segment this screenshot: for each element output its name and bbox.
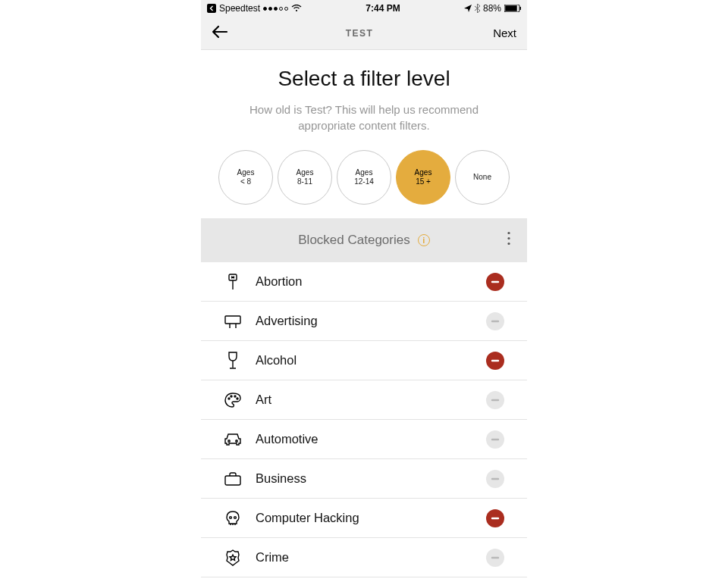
svg-point-23 [230, 516, 232, 518]
svg-rect-3 [505, 5, 517, 11]
category-label: Crime [256, 550, 486, 565]
category-label: Computer Hacking [256, 511, 486, 525]
svg-point-24 [234, 516, 237, 518]
category-row[interactable]: Crime [201, 538, 527, 577]
svg-point-16 [237, 398, 238, 399]
category-toggle[interactable] [486, 430, 504, 449]
category-row[interactable]: Alcohol [201, 341, 527, 380]
category-toggle[interactable] [486, 312, 504, 330]
svg-point-7 [507, 242, 510, 245]
page-subtitle: How old is Test? This will help us recom… [219, 102, 509, 133]
status-bar-time: 7:44 PM [366, 3, 400, 14]
svg-point-19 [236, 440, 237, 441]
svg-point-5 [507, 232, 510, 234]
age-pill-line1: Ages [356, 168, 373, 178]
category-label: Alcohol [256, 353, 486, 368]
svg-rect-21 [225, 476, 240, 485]
billboard-icon [224, 314, 242, 329]
battery-percent: 88% [483, 3, 501, 14]
protest-icon [224, 274, 242, 290]
category-label: Automotive [256, 432, 486, 446]
next-button[interactable]: Next [486, 27, 516, 39]
age-pill-4[interactable]: None [455, 150, 510, 205]
page-header: Select a filter level How old is Test? T… [201, 50, 527, 147]
age-selector: Ages< 8Ages8-11Ages12-14Ages15 +None [201, 147, 527, 218]
back-button[interactable] [212, 25, 233, 42]
signal-strength-icon [263, 7, 288, 11]
age-pill-line1: Ages [237, 168, 255, 178]
nav-title: TEST [346, 28, 374, 39]
age-pill-line1: Ages [415, 168, 432, 178]
category-toggle[interactable] [486, 549, 504, 567]
nav-bar: TEST Next [201, 17, 527, 50]
category-row[interactable]: Art [201, 380, 527, 420]
category-row[interactable]: Automotive [201, 420, 527, 459]
info-icon[interactable]: i [418, 234, 430, 246]
location-icon [464, 5, 472, 12]
wifi-icon [291, 5, 302, 12]
svg-rect-4 [520, 7, 522, 10]
svg-point-15 [234, 396, 236, 397]
breadcrumb-back-icon [207, 4, 216, 13]
arrow-left-icon [212, 25, 228, 39]
age-pill-line2: 8-11 [297, 177, 312, 187]
category-toggle[interactable] [486, 391, 504, 409]
category-row[interactable]: Computer Hacking [201, 499, 527, 538]
age-pill-0[interactable]: Ages< 8 [218, 150, 273, 205]
skull-icon [224, 511, 242, 526]
age-pill-line1: None [473, 173, 491, 183]
breadcrumb-app[interactable]: Speedtest [219, 3, 260, 14]
category-label: Abortion [256, 274, 486, 289]
category-list: AbortionAdvertisingAlcoholArtAutomotiveB… [201, 262, 527, 577]
category-row[interactable]: Business [201, 459, 527, 499]
section-title: Blocked Categories [298, 233, 410, 248]
age-pill-line2: 12-14 [354, 177, 374, 187]
svg-point-6 [507, 237, 510, 239]
age-pill-line2: 15 + [416, 177, 431, 187]
status-bar: Speedtest 7:44 PM 88% [201, 0, 527, 17]
svg-point-13 [228, 398, 230, 399]
category-label: Art [256, 393, 486, 407]
status-bar-left: Speedtest [207, 3, 302, 14]
age-pill-1[interactable]: Ages8-11 [278, 150, 332, 205]
category-label: Business [256, 471, 486, 486]
status-bar-right: 88% [464, 3, 521, 14]
svg-point-14 [231, 396, 232, 397]
category-toggle[interactable] [486, 273, 504, 291]
badge-icon [224, 549, 242, 566]
more-menu-button[interactable] [507, 232, 510, 249]
briefcase-icon [224, 472, 242, 486]
svg-rect-10 [225, 316, 240, 324]
age-pill-line1: Ages [297, 168, 314, 178]
svg-rect-0 [207, 4, 216, 13]
wine-icon [224, 352, 242, 370]
category-label: Advertising [256, 314, 486, 328]
age-pill-line2: < 8 [240, 177, 251, 187]
age-pill-3[interactable]: Ages15 + [396, 150, 450, 205]
category-toggle[interactable] [486, 509, 504, 527]
car-icon [224, 433, 242, 446]
category-row[interactable]: Abortion [201, 262, 527, 302]
age-pill-2[interactable]: Ages12-14 [337, 150, 391, 205]
app-screen: Speedtest 7:44 PM 88% TEST Next Select a… [201, 0, 527, 582]
bluetooth-icon [475, 4, 480, 13]
blocked-categories-header: Blocked Categories i [201, 218, 527, 262]
category-toggle[interactable] [486, 352, 504, 370]
palette-icon [224, 393, 242, 408]
category-row[interactable]: Advertising [201, 302, 527, 341]
battery-icon [504, 5, 521, 12]
more-vertical-icon [507, 232, 510, 246]
svg-point-18 [228, 440, 230, 441]
page-title: Select a filter level [219, 67, 509, 91]
category-toggle[interactable] [486, 470, 504, 488]
svg-point-1 [296, 10, 297, 11]
